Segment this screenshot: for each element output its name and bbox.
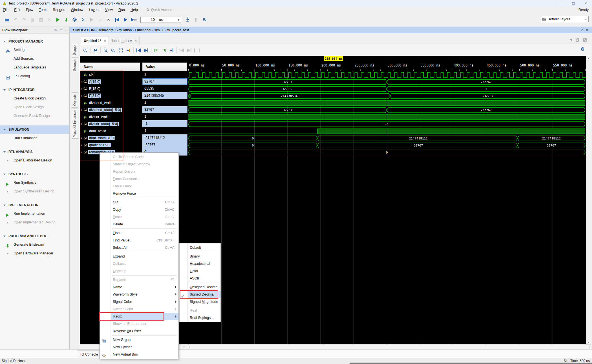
minimize-panel-icon[interactable]: –	[65, 28, 67, 32]
menu-reports[interactable]: Reports	[50, 8, 68, 12]
side-tab-sources[interactable]: Sources	[71, 57, 78, 72]
add-marker-icon[interactable]: +	[168, 47, 175, 54]
menu-item-expand[interactable]: Expand	[111, 253, 178, 260]
menu-run[interactable]: Run	[116, 8, 128, 12]
menu-help[interactable]: Help	[128, 8, 141, 12]
flow-section-header-rtl-analysis[interactable]: RTL ANALYSIS	[0, 148, 69, 156]
flow-section-header-ip-integrator[interactable]: IP INTEGRATOR	[0, 86, 69, 94]
tab-untitled-1[interactable]: Untitled 1* ×	[81, 37, 109, 45]
generate-bitstream-icon[interactable]	[62, 16, 70, 23]
next-transition-icon[interactable]	[142, 47, 150, 54]
waveform-canvas[interactable]: 32767-327676553512147385345-3276732767-3…	[188, 71, 586, 344]
menu-item-new-virtual-bus[interactable]: New Virtual Bus	[111, 351, 178, 358]
menu-item-octal[interactable]: Octal	[188, 267, 220, 275]
close-panel-icon[interactable]: ×	[586, 28, 588, 32]
scroll-down-icon[interactable]: ▾	[586, 341, 591, 344]
menu-tools[interactable]: Tools	[36, 8, 50, 12]
flow-item-create-block-design[interactable]: Create Block Design	[0, 94, 69, 103]
signal-value-dout-tdata-31-0[interactable]: -2147418112	[142, 134, 187, 141]
signal-value-dividend-tvalid[interactable]: 1	[142, 99, 187, 106]
signal-row-clk[interactable]: clk	[80, 71, 140, 78]
settings-gear-icon[interactable]	[70, 16, 79, 23]
help-icon[interactable]: ?	[60, 28, 62, 32]
zoom-to-cursor-icon[interactable]	[125, 47, 132, 54]
signal-value-divisor-tvalid[interactable]: 1	[142, 113, 187, 120]
menu-item-signed-decimal[interactable]: Signed Decimal	[188, 291, 220, 298]
menu-item-find[interactable]: Find...Ctrl+F	[111, 229, 178, 237]
menu-item-name[interactable]: Name	[111, 283, 178, 291]
side-tab-objects[interactable]: Objects	[71, 92, 78, 108]
menu-item-signed-magnitude[interactable]: Signed Magnitude	[188, 298, 220, 305]
signal-value-dout-tvalid[interactable]: 1	[142, 127, 187, 134]
vertical-scrollbar[interactable]: ▴ ▾	[586, 56, 591, 344]
menu-window[interactable]: Window	[68, 8, 86, 12]
cursor-time-flag[interactable]: 205.004 ns	[324, 56, 343, 61]
signal-row-divisor-tdata-15-0[interactable]: >divisor_tdata[15:0]	[80, 120, 140, 127]
flow-item-generate-bitstream[interactable]: Generate Bitstream	[0, 240, 69, 249]
close-icon[interactable]: ×	[580, 0, 592, 7]
menu-item-new-group[interactable]: New Group	[111, 336, 178, 343]
signal-value-quotient-15-0[interactable]: -32767	[142, 141, 187, 148]
tcl-console-tab[interactable]: Tcl Console	[77, 350, 100, 358]
run-flow-icon[interactable]	[54, 16, 62, 23]
layout-select[interactable]: Default Layout ▾	[540, 16, 589, 22]
flow-item-add-sources[interactable]: Add Sources	[0, 54, 69, 63]
expand-icon[interactable]: >	[80, 136, 83, 140]
save-icon[interactable]	[92, 47, 99, 54]
flow-item-settings[interactable]: Settings	[0, 46, 69, 54]
menu-item-real-settings[interactable]: Real Settings...	[188, 314, 220, 321]
time-unit-select[interactable]: us ▾	[157, 17, 181, 23]
menu-item-waveform-style[interactable]: Waveform Style	[111, 291, 178, 298]
zoom-out-icon[interactable]	[109, 47, 117, 54]
menu-edit[interactable]: Edit	[11, 8, 23, 12]
minimize-icon[interactable]: –	[555, 0, 567, 7]
menu-item-binary[interactable]: Binary	[188, 253, 220, 260]
maximize-icon[interactable]: □	[567, 0, 580, 7]
flow-section-header-program-and-debug[interactable]: PROGRAM AND DEBUG	[0, 232, 69, 240]
flow-item-language-templates[interactable]: Language Templates	[0, 63, 69, 72]
signal-row-dout-tdata-31-0[interactable]: >dout_tdata[31:0]	[80, 134, 140, 141]
close-tab-icon[interactable]: ×	[104, 39, 106, 43]
menu-item-radix[interactable]: Radix	[111, 313, 178, 320]
value-column-header[interactable]: Value	[142, 63, 187, 71]
flow-item-run-simulation[interactable]: Run Simulation	[0, 134, 69, 143]
flow-item-ip-catalog[interactable]: IP Catalog	[0, 72, 69, 81]
scroll-right-icon[interactable]: ›	[184, 345, 185, 349]
name-column-header[interactable]: Name	[80, 63, 140, 71]
signal-value-a-15-0[interactable]: 32767	[142, 78, 187, 85]
menu-item-hexadecimal[interactable]: Hexadecimal	[188, 260, 220, 267]
signal-value-p-31-0[interactable]: 2147385345	[142, 92, 187, 99]
flow-item-run-implementation[interactable]: Run Implementation	[0, 209, 69, 218]
relaunch-icon[interactable]: ↻	[200, 16, 209, 23]
signal-value-b-15-0[interactable]: 65535	[142, 85, 187, 92]
menu-item-cut[interactable]: CutCtrl+X	[111, 199, 178, 206]
signal-row-quotient-15-0[interactable]: >quotient[15:0]	[80, 141, 140, 148]
menu-item-find-value[interactable]: Find Value...Ctrl+Shift+F	[111, 237, 178, 244]
menu-item-delete[interactable]: DeleteDelete	[111, 221, 178, 228]
flow-section-header-synthesis[interactable]: SYNTHESIS	[0, 170, 69, 178]
expand-icon[interactable]: >	[80, 80, 83, 83]
expand-icon[interactable]: >	[80, 143, 83, 147]
menu-item-new-divider[interactable]: New Divider	[111, 343, 178, 351]
signal-row-divisor-tvalid[interactable]: divisor_tvalid	[80, 113, 140, 120]
flow-item-open-hardware-manager[interactable]: ›Open Hardware Manager	[0, 249, 69, 258]
side-tab-protocol-instances[interactable]: Protocol Instances	[71, 108, 78, 139]
signal-row-p-31-0[interactable]: >P[31:0]	[80, 92, 140, 99]
signal-row-dout-tvalid[interactable]: dout_tvalid	[80, 127, 140, 134]
signal-row-b-15-0[interactable]: >B[15:0]	[80, 85, 140, 92]
menu-item-select-all[interactable]: Select AllCtrl+A	[111, 244, 178, 251]
menu-view[interactable]: View	[102, 8, 116, 12]
menu-item-signal-color[interactable]: Signal Color	[111, 298, 178, 305]
step-icon[interactable]	[184, 16, 192, 23]
flow-section-header-simulation[interactable]: SIMULATION	[0, 125, 69, 134]
clear-breakpoints-icon[interactable]: ×	[104, 16, 113, 23]
flow-item-run-synthesis[interactable]: Run Synthesis	[0, 178, 69, 187]
flow-section-header-implementation[interactable]: IMPLEMENTATION	[0, 201, 69, 209]
side-tab-scope[interactable]: Scope	[71, 44, 78, 56]
zoom-in-icon[interactable]	[102, 47, 109, 54]
menu-item-copy[interactable]: CopyCtrl+C	[111, 206, 178, 213]
sum-report-icon[interactable]: Σ	[79, 16, 87, 23]
swap-next-icon[interactable]	[160, 47, 168, 54]
tab-ipcore-test[interactable]: ipcore_test.v ×	[109, 37, 140, 45]
maximize-panel-icon[interactable]	[583, 38, 587, 43]
